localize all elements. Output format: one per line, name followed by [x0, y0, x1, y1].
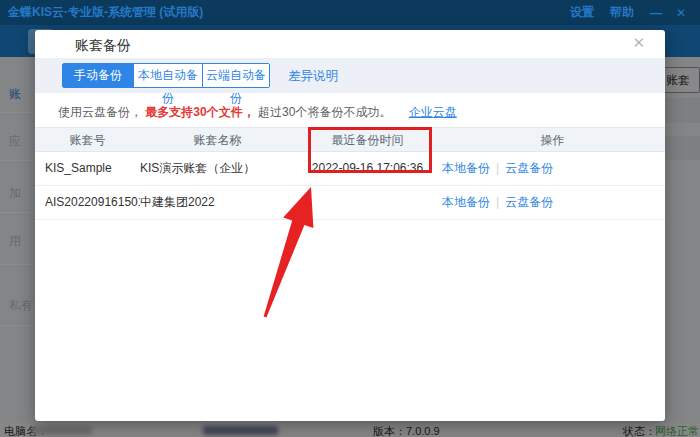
notice-limit-text: 最多支持30个文件，	[145, 105, 254, 119]
cloud-backup-notice: 使用云盘备份， 最多支持30个文件， 超过30个将备份不成功。 企业云盘	[35, 93, 665, 127]
settings-menu[interactable]: 设置	[570, 4, 594, 21]
header-account-name: 账套名称	[140, 128, 295, 151]
notice-text: 使用云盘备份，	[58, 105, 142, 119]
backup-table: 账套号 账套名称 最近备份时间 操作 KIS_Sample KIS演示账套（企业…	[35, 127, 665, 220]
account-id: KIS_Sample	[35, 152, 140, 185]
local-backup-link[interactable]: 本地备份	[442, 195, 490, 209]
dialog-close-icon[interactable]: ✕	[632, 34, 645, 52]
table-row: KIS_Sample KIS演示账套（企业） 2022-09-16 17:06:…	[35, 152, 665, 186]
last-backup-time	[295, 186, 440, 219]
app-window: 金蝶KIS云·专业版-系统管理 (试用版) 设置 帮助 — ✕ ▤ 账 应 加 …	[0, 0, 700, 437]
minimize-icon[interactable]: —	[650, 6, 662, 20]
row-actions: 本地备份|云盘备份	[440, 186, 665, 219]
notice-text: 超过30个将备份不成功。	[258, 105, 391, 119]
header-actions: 操作	[440, 128, 665, 151]
tab-cloud-auto-backup[interactable]: 云端自动备份	[203, 64, 269, 87]
tab-local-auto-backup[interactable]: 本地自动备份	[134, 64, 203, 87]
header-account-id: 账套号	[35, 128, 140, 151]
close-window-icon[interactable]: ✕	[676, 6, 686, 20]
account-name: KIS演示账套（企业）	[140, 152, 295, 185]
row-actions: 本地备份|云盘备份	[440, 152, 665, 185]
enterprise-cloud-link[interactable]: 企业云盘	[409, 105, 457, 119]
table-row: AIS20220916150155 中建集团2022 本地备份|云盘备份	[35, 186, 665, 220]
help-menu[interactable]: 帮助	[610, 4, 634, 21]
window-title: 金蝶KIS云·专业版-系统管理 (试用版)	[8, 4, 203, 21]
cloud-backup-link[interactable]: 云盘备份	[505, 161, 553, 175]
tab-manual-backup[interactable]: 手动备份	[63, 64, 134, 87]
backup-tabstrip: 手动备份 本地自动备份 云端自动备份 差异说明	[35, 58, 665, 93]
backup-tab-group: 手动备份 本地自动备份 云端自动备份	[62, 63, 270, 88]
table-header-row: 账套号 账套名称 最近备份时间 操作	[35, 127, 665, 152]
difference-explanation-link[interactable]: 差异说明	[288, 68, 338, 85]
backup-dialog: 账套备份 ✕ 手动备份 本地自动备份 云端自动备份 差异说明 使用云盘备份， 最…	[35, 30, 665, 421]
last-backup-time: 2022-09-16 17:06:36	[295, 152, 440, 185]
local-backup-link[interactable]: 本地备份	[442, 161, 490, 175]
cloud-backup-link[interactable]: 云盘备份	[505, 195, 553, 209]
account-id: AIS20220916150155	[35, 186, 140, 219]
window-titlebar: 金蝶KIS云·专业版-系统管理 (试用版) 设置 帮助 — ✕	[0, 0, 700, 25]
action-separator: |	[496, 161, 499, 175]
header-last-backup-time: 最近备份时间	[295, 128, 440, 151]
dialog-title: 账套备份	[75, 37, 131, 55]
account-name: 中建集团2022	[140, 186, 295, 219]
action-separator: |	[496, 195, 499, 209]
